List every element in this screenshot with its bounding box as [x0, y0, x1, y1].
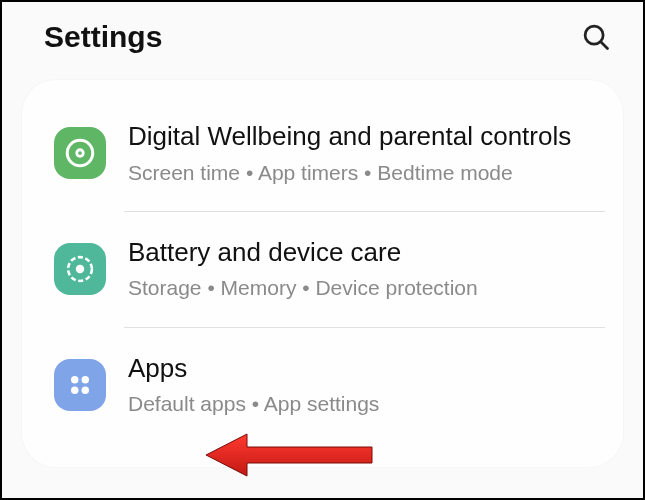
settings-item-title: Apps: [128, 352, 601, 385]
settings-item-battery-device-care[interactable]: Battery and device care Storage • Memory…: [50, 212, 605, 327]
apps-icon: [54, 359, 106, 411]
svg-point-10: [82, 387, 90, 395]
settings-item-title: Battery and device care: [128, 236, 601, 269]
battery-device-care-icon: [54, 243, 106, 295]
page-title: Settings: [44, 20, 162, 54]
settings-item-text: Digital Wellbeing and parental controls …: [128, 120, 601, 187]
search-button[interactable]: [577, 18, 615, 56]
header: Settings: [2, 2, 643, 80]
svg-point-4: [78, 152, 82, 156]
settings-item-digital-wellbeing[interactable]: Digital Wellbeing and parental controls …: [50, 96, 605, 211]
settings-item-subtitle: Storage • Memory • Device protection: [128, 274, 601, 302]
settings-item-text: Apps Default apps • App settings: [128, 352, 601, 419]
settings-item-subtitle: Default apps • App settings: [128, 390, 601, 418]
svg-line-1: [601, 42, 608, 49]
svg-point-9: [71, 387, 79, 395]
settings-item-title: Digital Wellbeing and parental controls: [128, 120, 601, 153]
settings-card: Digital Wellbeing and parental controls …: [22, 80, 623, 467]
digital-wellbeing-icon: [54, 127, 106, 179]
settings-item-subtitle: Screen time • App timers • Bedtime mode: [128, 159, 601, 187]
search-icon: [581, 22, 611, 52]
svg-point-8: [82, 376, 90, 384]
svg-point-7: [71, 376, 79, 384]
settings-item-text: Battery and device care Storage • Memory…: [128, 236, 601, 303]
settings-item-apps[interactable]: Apps Default apps • App settings: [50, 328, 605, 443]
svg-point-6: [76, 265, 85, 274]
